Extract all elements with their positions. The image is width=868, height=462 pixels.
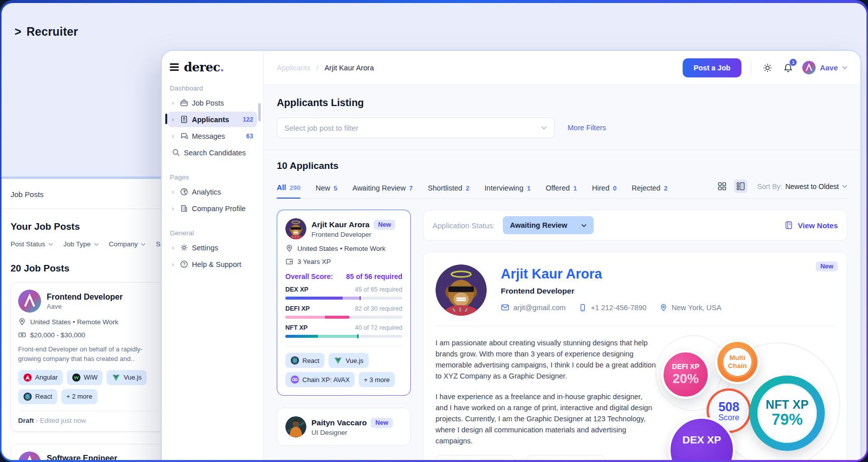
applicant-role: Frontend Developer	[311, 231, 395, 238]
applicant-experience: 3 Years XP	[297, 258, 331, 265]
job-card-software-engineer[interactable]: Software Engineer Aave	[11, 444, 161, 460]
menu-hamburger-icon[interactable]	[170, 63, 179, 70]
sidebar-item-applicants[interactable]: › Applicants 122	[168, 112, 257, 127]
filter-company[interactable]: Company	[109, 240, 146, 248]
sidebar-item-messages[interactable]: › Messages 63	[168, 128, 257, 144]
divider	[436, 326, 835, 326]
skill-tag-vuejs[interactable]: Vue.js	[329, 353, 369, 368]
messages-count-badge: 63	[246, 133, 253, 140]
credential-chip[interactable]	[436, 455, 515, 460]
chevron-down-icon	[141, 243, 146, 246]
skill-tag-react[interactable]: React	[18, 389, 57, 404]
skill-tag-vuejs[interactable]: Vue.js	[106, 370, 147, 385]
chain-xp-avax-tag[interactable]: Chain XP: AVAX	[285, 372, 355, 387]
skill-tag-more[interactable]: + 3 more	[359, 372, 395, 387]
wiw-icon	[72, 373, 81, 382]
vue-icon	[334, 356, 343, 365]
overall-score-label: Overall Score:	[285, 272, 333, 281]
breadcrumb-applicants[interactable]: Applicants	[277, 64, 310, 72]
job-description: Front-end Developer on behalf of a rapid…	[18, 345, 161, 364]
sidebar-item-settings[interactable]: › Settings	[168, 240, 257, 255]
sidebar-item-company-profile[interactable]: › Company Profile	[168, 201, 257, 216]
chevron-down-icon	[581, 224, 587, 227]
dex-progress-bar	[285, 297, 402, 300]
tab-hired[interactable]: Hired0	[592, 183, 617, 199]
applicant-card-arjit[interactable]: Arjit Kaur Arora New Frontend Developer …	[277, 210, 411, 396]
gear-icon	[180, 243, 188, 252]
user-avatar	[802, 61, 816, 74]
job-status: Draft - Edited just now	[18, 417, 161, 424]
chevron-down-icon	[48, 243, 53, 246]
chat-bubbles-icon	[180, 132, 188, 140]
grid-view-button[interactable]	[715, 179, 729, 193]
app-window: >Recruiter Job Posts Your Job Posts Post…	[0, 0, 868, 462]
skill-tag-angular[interactable]: Angular	[18, 370, 63, 385]
notification-count-badge: 1	[790, 59, 797, 66]
job-title: Software Engineer	[47, 454, 117, 460]
react-icon	[23, 392, 32, 401]
tab-offered[interactable]: Offered1	[546, 183, 577, 199]
nft-progress-bar	[285, 335, 402, 338]
tab-rejected[interactable]: Rejected2	[631, 183, 667, 199]
recruiter-page: >Recruiter Job Posts Your Job Posts Post…	[2, 3, 866, 460]
filter-post-status[interactable]: Post Status	[11, 240, 53, 248]
skill-tag-wiw[interactable]: WiW	[67, 370, 102, 385]
post-a-job-button[interactable]: Post a Job	[683, 58, 741, 77]
applicant-location: United States • Remote Work	[297, 245, 386, 252]
credential-chip[interactable]	[526, 455, 605, 460]
tab-new[interactable]: New5	[315, 183, 337, 199]
sidebar-item-help-support[interactable]: › Help & Support	[168, 256, 257, 272]
application-status-select[interactable]: Awaiting Review	[503, 216, 594, 234]
tab-interviewing[interactable]: Interviewing1	[485, 183, 531, 199]
chevron-down-icon	[541, 126, 547, 130]
bio-paragraph-1: I am passionate about creating visually …	[436, 337, 657, 382]
skill-tag-more[interactable]: + 2 more	[61, 389, 97, 404]
sidebar-item-analytics[interactable]: › Analytics	[168, 184, 257, 200]
user-menu[interactable]: Aave	[802, 61, 847, 74]
theme-toggle-button[interactable]	[761, 61, 774, 74]
xp-row-nft: NFT XP 40 of 72 required	[285, 324, 402, 338]
xp-row-dex: DEX XP 45 of 65 required	[285, 286, 402, 300]
notifications-button[interactable]: 1	[782, 61, 795, 74]
tab-all[interactable]: All290	[277, 183, 300, 199]
sidebar: derec. Dashboard › Job Posts › Applicant…	[162, 51, 264, 460]
new-status-badge: New	[374, 220, 396, 230]
vue-icon	[112, 373, 121, 382]
score-infographic: DEFI XP 20% Multi Chain	[665, 337, 835, 460]
applicant-phone[interactable]: +1 212-456-7890	[579, 304, 646, 312]
new-status-badge: New	[816, 261, 838, 271]
applicant-location[interactable]: New York, USA	[660, 304, 721, 312]
chevron-right-icon: ›	[172, 188, 176, 196]
applicant-detail: Application Status: Awaiting Review View…	[423, 210, 847, 460]
chevron-right-icon: ›	[172, 205, 176, 212]
job-post-filter-select[interactable]: Select job post to filter	[277, 118, 555, 138]
sidebar-item-search-candidates[interactable]: Search Candidates	[168, 145, 257, 160]
sidebar-scrollbar[interactable]	[258, 103, 261, 121]
applicant-card-paityn[interactable]: Paityn Vaccaro New UI Designer	[277, 408, 411, 446]
divider	[18, 411, 161, 411]
aave-company-avatar	[18, 290, 41, 313]
sort-dropdown[interactable]: Sort By: Newest to Oldest	[757, 182, 847, 191]
skill-tag-react[interactable]: React	[285, 353, 324, 368]
split-view-button[interactable]	[734, 179, 747, 193]
more-filters-link[interactable]: More Filters	[568, 124, 606, 132]
filter-job-type[interactable]: Job Type	[63, 240, 99, 248]
application-status-label: Application Status:	[432, 221, 495, 230]
page-title-text: Recruiter	[27, 25, 78, 38]
applicants-count: 10 Applicants	[277, 160, 847, 171]
sidebar-item-job-posts[interactable]: › Job Posts	[168, 95, 257, 111]
page-title: >Recruiter	[15, 25, 78, 39]
aave-company-avatar	[18, 451, 41, 460]
tab-awaiting-review[interactable]: Awaiting Review7	[352, 183, 412, 199]
topbar: Applicants / Arjit Kaur Arora Post a Job…	[264, 51, 860, 85]
notebook-icon	[784, 221, 793, 230]
applicant-email[interactable]: arjit@gmail.com	[501, 303, 566, 312]
job-card-frontend-developer[interactable]: Frontend Developer Aave United States • …	[11, 282, 161, 432]
application-status-card: Application Status: Awaiting Review View…	[423, 210, 847, 241]
applicants-list: Arjit Kaur Arora New Frontend Developer …	[277, 210, 411, 460]
page-title-prefix: >	[15, 25, 22, 38]
view-notes-button[interactable]: View Notes	[784, 221, 838, 230]
salary-banknote-icon	[18, 331, 26, 339]
tab-shortlisted[interactable]: Shortlisted2	[428, 183, 470, 199]
chevron-down-icon	[842, 184, 847, 188]
